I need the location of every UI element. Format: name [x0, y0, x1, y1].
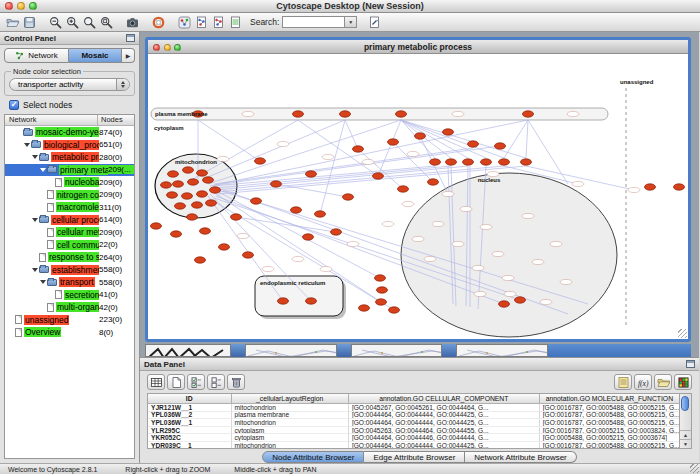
background-window-thumbnail[interactable]	[245, 344, 337, 357]
network-node[interactable]	[182, 193, 193, 199]
column-header[interactable]: annotation.GO MOLECULAR_FUNCTION	[540, 394, 679, 403]
tree-row-cellular-process[interactable]: cellular process614(0)	[5, 214, 134, 227]
tab-node-attribute-browser[interactable]: Node Attribute Browser	[262, 451, 364, 463]
window-resize-grip[interactable]	[690, 464, 699, 473]
frame-minimize-button[interactable]	[164, 44, 171, 51]
network-node-label[interactable]	[474, 291, 486, 296]
network-node[interactable]	[430, 159, 441, 165]
network-node[interactable]	[200, 228, 211, 234]
tree-column-nodes[interactable]: Nodes	[98, 115, 134, 125]
network-node[interactable]	[293, 111, 304, 117]
network-node[interactable]	[343, 194, 354, 200]
background-window-thumbnail[interactable]	[145, 344, 231, 357]
tree-expander-icon[interactable]	[39, 280, 47, 284]
network-node[interactable]	[183, 167, 194, 173]
network-node[interactable]	[188, 179, 199, 185]
network-node-label[interactable]	[452, 241, 464, 246]
network-node-label[interactable]	[452, 111, 464, 116]
tree-row-biological-process[interactable]: biological_process651(0)	[5, 139, 134, 152]
network-node[interactable]	[446, 159, 457, 165]
tree-expander-icon[interactable]	[31, 268, 39, 272]
table-row[interactable]: YLR295Ccytoplasm[GO:0045263, GO:0044464,…	[148, 427, 679, 435]
network-node-label[interactable]	[424, 256, 436, 261]
network-node-label[interactable]	[407, 151, 419, 156]
node-color-dropdown[interactable]: transporter activity	[9, 78, 130, 91]
tree-row-cell-communicat[interactable]: cell communicat22(0)	[5, 239, 134, 252]
network-node-label[interactable]	[292, 256, 304, 261]
network-node-label[interactable]	[362, 159, 374, 164]
matrix-button[interactable]	[674, 374, 692, 390]
zoom-selected-button[interactable]	[81, 14, 98, 31]
network-node-label[interactable]	[347, 241, 359, 246]
network-node[interactable]	[210, 187, 221, 193]
network-node[interactable]	[521, 159, 532, 165]
frame-resize-grip[interactable]	[678, 329, 687, 338]
network-node[interactable]	[315, 211, 326, 217]
column-header[interactable]: ID	[148, 394, 232, 403]
tree-row-cellular-metabol[interactable]: cellular metabol209(0)	[5, 226, 134, 239]
network-node-label[interactable]	[628, 187, 640, 192]
network-node[interactable]	[306, 171, 317, 177]
table-row[interactable]: YKR052Ccytoplasm[GO:0044464, GO:0044446,…	[148, 434, 679, 442]
background-window-thumbnail[interactable]	[456, 344, 548, 357]
tree-row-response-to-stimulu[interactable]: response to stimulu264(0)	[5, 251, 134, 264]
tree-row-primary-metabo[interactable]: primary metabo209(...	[5, 164, 134, 177]
network-node[interactable]	[515, 297, 526, 303]
import-table-button[interactable]	[227, 14, 244, 31]
function-builder-button[interactable]: f(x)	[634, 374, 652, 390]
network-node[interactable]	[195, 257, 206, 263]
network-node[interactable]	[523, 111, 534, 117]
window-close-button[interactable]	[5, 2, 13, 10]
tree-row-overview[interactable]: Overview8(0)	[5, 326, 134, 339]
network-node[interactable]	[481, 159, 492, 165]
network-node[interactable]	[340, 111, 351, 117]
network-node[interactable]	[175, 203, 186, 209]
network-node[interactable]	[306, 298, 317, 304]
zoom-in-button[interactable]	[64, 14, 81, 31]
network-node[interactable]	[415, 133, 426, 139]
network-node-label[interactable]	[480, 224, 492, 229]
network-node-label[interactable]	[492, 251, 504, 256]
network-node-label[interactable]	[402, 201, 414, 206]
region-nucleus[interactable]	[401, 173, 617, 337]
network-node[interactable]	[373, 173, 384, 179]
network-node[interactable]	[674, 184, 685, 190]
tree-row-multi-organism-pro[interactable]: multi-organism pro42(0)	[5, 301, 134, 314]
network-node[interactable]	[499, 301, 510, 307]
network-canvas[interactable]: plasma membranecytoplasmmitochondrionnuc…	[148, 54, 688, 339]
tree-row-transport[interactable]: transport558(0)	[5, 276, 134, 289]
network-node[interactable]	[331, 229, 342, 235]
window-minimize-button[interactable]	[17, 2, 25, 10]
network-node[interactable]	[219, 244, 230, 250]
unselect-attributes-button[interactable]	[207, 374, 225, 390]
network-node-label[interactable]	[217, 156, 229, 161]
network-node-label[interactable]	[550, 241, 562, 246]
graphics-details-button[interactable]	[176, 14, 193, 31]
network-node[interactable]	[161, 182, 172, 188]
table-row[interactable]: YPL036W__2plasma membrane[GO:0044464, GO…	[148, 412, 679, 420]
network-node-label[interactable]	[572, 181, 584, 186]
network-node-label[interactable]	[320, 266, 332, 271]
tree-expander-icon[interactable]	[39, 168, 47, 172]
network-node-label[interactable]	[277, 141, 289, 146]
region-plasma-membrane[interactable]	[151, 108, 608, 120]
network-node[interactable]	[645, 184, 656, 190]
open-session-button[interactable]	[4, 14, 21, 31]
frame-close-button[interactable]	[153, 44, 160, 51]
network-node[interactable]	[353, 146, 364, 152]
background-window-thumbnail[interactable]	[351, 344, 443, 357]
network-node[interactable]	[206, 200, 217, 206]
scroll-down-button[interactable]: ▼	[680, 439, 691, 448]
network-node-label[interactable]	[532, 259, 544, 264]
network-node[interactable]	[278, 298, 289, 304]
network-node-label[interactable]	[237, 233, 249, 238]
new-attribute-button[interactable]	[167, 374, 185, 390]
network-node[interactable]	[376, 299, 387, 305]
network-node[interactable]	[428, 179, 439, 185]
network-node-label[interactable]	[262, 266, 274, 271]
network-node[interactable]	[187, 214, 198, 220]
network-node[interactable]	[398, 186, 409, 192]
import-network-file-button[interactable]	[193, 14, 210, 31]
network-node[interactable]	[291, 207, 302, 213]
network-node[interactable]	[375, 275, 386, 281]
